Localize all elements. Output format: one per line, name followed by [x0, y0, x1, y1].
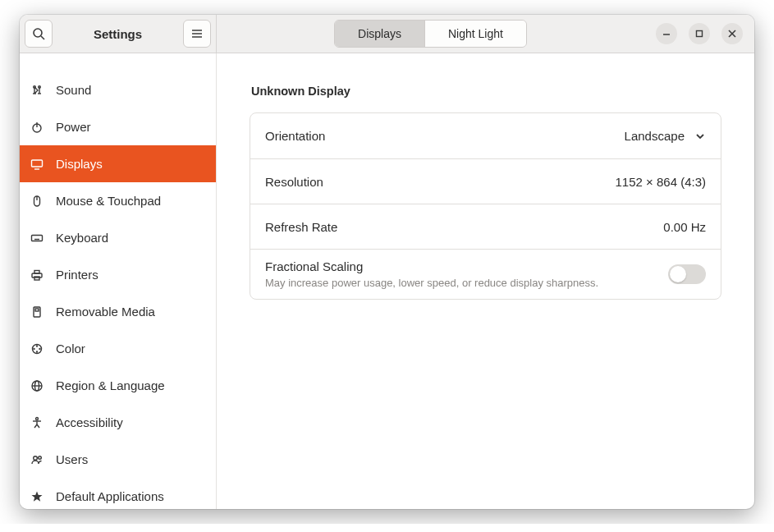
orientation-label: Orientation: [265, 129, 325, 143]
refresh-rate-label: Refresh Rate: [265, 220, 337, 234]
refresh-rate-row[interactable]: Refresh Rate 0.00 Hz: [250, 204, 721, 249]
titlebar-center: Displays Night Light: [217, 20, 644, 48]
accessibility-icon: [30, 416, 44, 429]
titlebar: Settings Displays Night Light: [20, 15, 754, 53]
svg-rect-30: [34, 270, 39, 273]
sidebar-item-sharing[interactable]: Sharing: [20, 53, 216, 71]
sidebar-item-users[interactable]: Users: [20, 441, 216, 478]
sidebar-item-label: Keyboard: [56, 231, 108, 245]
hamburger-icon: [190, 27, 204, 40]
svg-point-36: [39, 348, 40, 349]
color-icon: [30, 342, 44, 355]
sidebar-item-label: Power: [56, 120, 91, 134]
sidebar-item-label: Default Applications: [56, 489, 164, 503]
displays-icon: [30, 158, 44, 171]
view-switcher: Displays Night Light: [334, 20, 527, 48]
svg-point-0: [34, 29, 42, 37]
fractional-scaling-sub: May increase power usage, lower speed, o…: [265, 277, 598, 289]
toggle-knob: [670, 266, 686, 282]
svg-rect-33: [35, 309, 39, 311]
resolution-row[interactable]: Resolution 1152 × 864 (4:3): [250, 158, 721, 204]
minimize-button[interactable]: [656, 23, 677, 44]
sidebar-item-label: Mouse & Touchpad: [56, 194, 161, 208]
fractional-scaling-row: Fractional Scaling May increase power us…: [250, 249, 721, 299]
sidebar-item-power[interactable]: Power: [20, 108, 216, 145]
keyboard-icon: [30, 232, 44, 245]
svg-rect-18: [32, 160, 43, 167]
sidebar-item-label: Printers: [56, 268, 98, 282]
tab-night-light[interactable]: Night Light: [424, 21, 526, 47]
minimize-icon: [662, 30, 671, 38]
sidebar-item-color[interactable]: Color: [20, 330, 216, 367]
sidebar-item-sound[interactable]: Sound: [20, 71, 216, 108]
svg-marker-49: [32, 491, 43, 501]
chevron-down-icon: [694, 131, 706, 142]
main-content: Unknown Display Orientation Landscape Re…: [217, 53, 754, 509]
close-button[interactable]: [721, 23, 743, 44]
users-icon: [30, 453, 44, 466]
svg-line-45: [34, 424, 37, 428]
window-controls: [644, 23, 754, 44]
sidebar-item-label: Color: [56, 342, 85, 355]
sidebar-item-label: Accessibility: [56, 415, 123, 429]
search-button[interactable]: [25, 20, 53, 48]
svg-point-42: [36, 417, 39, 420]
svg-rect-22: [32, 235, 43, 241]
sidebar[interactable]: Sharing Sound Power Displays Mouse & Tou…: [20, 53, 217, 509]
display-settings-panel: Orientation Landscape Resolution 1152 × …: [250, 112, 721, 300]
printers-icon: [30, 268, 44, 282]
sidebar-item-label: Displays: [56, 157, 103, 171]
svg-rect-31: [34, 277, 39, 280]
search-icon: [32, 27, 45, 40]
maximize-icon: [695, 30, 703, 38]
sound-icon: [30, 84, 44, 97]
mouse-icon: [30, 195, 44, 208]
orientation-value: Landscape: [625, 129, 685, 143]
globe-icon: [30, 379, 44, 392]
svg-point-38: [34, 348, 34, 349]
sidebar-item-label: Region & Language: [56, 378, 165, 392]
removable-media-icon: [30, 305, 44, 319]
sidebar-item-default-apps[interactable]: Default Applications: [20, 478, 216, 509]
sidebar-item-displays[interactable]: Displays: [20, 145, 216, 182]
sidebar-item-label: Sound: [56, 83, 91, 97]
sidebar-item-removable-media[interactable]: Removable Media: [20, 293, 216, 330]
settings-window: Settings Displays Night Light: [20, 15, 754, 509]
sidebar-item-label: Removable Media: [56, 305, 155, 319]
sidebar-item-printers[interactable]: Printers: [20, 256, 216, 293]
svg-rect-6: [697, 31, 703, 37]
star-icon: [30, 490, 44, 503]
power-icon: [30, 121, 44, 134]
sidebar-item-region[interactable]: Region & Language: [20, 367, 216, 404]
resolution-label: Resolution: [265, 175, 323, 189]
svg-line-1: [41, 36, 44, 39]
sidebar-item-keyboard[interactable]: Keyboard: [20, 219, 216, 256]
svg-point-37: [37, 351, 38, 352]
maximize-button[interactable]: [689, 23, 710, 44]
fractional-scaling-label: Fractional Scaling: [265, 259, 598, 273]
sidebar-item-accessibility[interactable]: Accessibility: [20, 404, 216, 441]
titlebar-left: Settings: [20, 15, 217, 53]
svg-point-35: [37, 346, 38, 346]
sidebar-item-label: Users: [56, 452, 88, 466]
svg-line-46: [37, 424, 39, 428]
section-heading: Unknown Display: [251, 85, 720, 98]
close-icon: [728, 30, 736, 38]
sidebar-item-mouse[interactable]: Mouse & Touchpad: [20, 182, 216, 219]
svg-point-48: [39, 456, 42, 459]
menu-button[interactable]: [183, 20, 211, 48]
resolution-value: 1152 × 864 (4:3): [615, 175, 706, 189]
fractional-scaling-toggle[interactable]: [668, 264, 706, 284]
orientation-row[interactable]: Orientation Landscape: [250, 113, 721, 158]
body: Sharing Sound Power Displays Mouse & Tou…: [20, 53, 754, 509]
tab-displays[interactable]: Displays: [335, 21, 424, 47]
app-title: Settings: [57, 27, 178, 41]
refresh-rate-value: 0.00 Hz: [663, 220, 706, 234]
svg-point-47: [34, 456, 38, 460]
